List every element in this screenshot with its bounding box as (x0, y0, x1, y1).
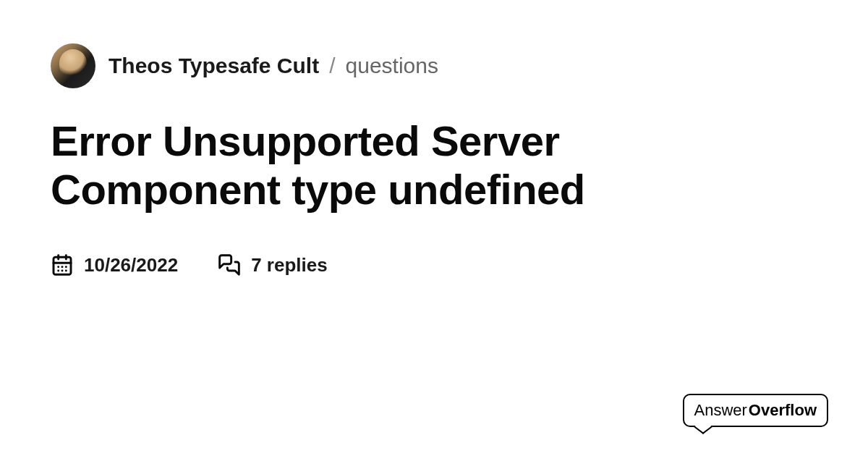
meta-date: 10/26/2022 (51, 253, 178, 276)
question-title: Error Unsupported Server Component type … (51, 117, 702, 214)
calendar-icon (51, 253, 74, 276)
logo-text-answer: Answer (694, 401, 747, 420)
meta-replies: 7 replies (218, 253, 328, 276)
replies-value: 7 replies (251, 254, 328, 276)
logo-text-overflow: Overflow (749, 401, 817, 420)
site-logo: Answer Overflow (683, 394, 829, 427)
breadcrumb-category: questions (346, 54, 438, 78)
question-meta: 10/26/2022 7 replies (51, 253, 817, 276)
community-name: Theos Typesafe Cult (109, 54, 319, 78)
date-value: 10/26/2022 (84, 254, 178, 276)
logo-bubble: Answer Overflow (683, 394, 829, 427)
replies-icon (218, 253, 241, 276)
breadcrumb-text: Theos Typesafe Cult / questions (109, 54, 438, 78)
breadcrumb: Theos Typesafe Cult / questions (51, 43, 817, 88)
breadcrumb-separator: / (329, 54, 335, 78)
community-avatar (51, 43, 95, 88)
